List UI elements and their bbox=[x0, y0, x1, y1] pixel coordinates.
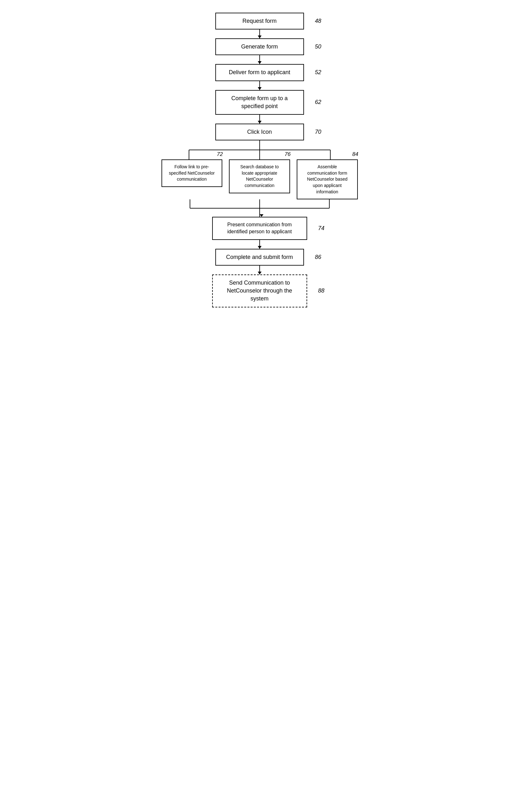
label-52: 52 bbox=[315, 69, 321, 76]
branch-svg bbox=[161, 140, 358, 160]
complete-submit-label: Complete and submit form bbox=[226, 254, 293, 260]
generate-form-label: Generate form bbox=[241, 44, 278, 50]
flowchart: Request form 48 Generate form 50 Deliver… bbox=[161, 13, 358, 308]
request-form-label: Request form bbox=[242, 18, 276, 24]
assemble-box: Assemble communication form NetCounselor… bbox=[297, 160, 358, 199]
label-50: 50 bbox=[315, 44, 321, 50]
label-48: 48 bbox=[315, 18, 321, 24]
search-db-box: Search database to locate appropriate Ne… bbox=[229, 160, 290, 193]
arrow-3 bbox=[260, 81, 260, 90]
complete-form-label: Complete form up to a specified point bbox=[231, 95, 287, 109]
assemble-label: Assemble communication form NetCounselor… bbox=[307, 164, 348, 194]
follow-link-label: Follow link to pre-specified NetCounselo… bbox=[169, 164, 215, 182]
merge-connector bbox=[161, 199, 358, 217]
complete-submit-box: Complete and submit form bbox=[215, 249, 304, 266]
send-comm-label: Send Communication to NetCounselor throu… bbox=[227, 280, 292, 302]
arrow-2 bbox=[260, 55, 260, 64]
arrow-6 bbox=[260, 266, 260, 274]
complete-form-box: Complete form up to a specified point bbox=[215, 90, 304, 115]
click-icon-box: Click Icon bbox=[215, 124, 304, 140]
deliver-form-label: Deliver form to applicant bbox=[228, 69, 290, 76]
label-62: 62 bbox=[315, 99, 321, 106]
label-84: 84 bbox=[353, 151, 359, 157]
branch-connector bbox=[161, 140, 358, 160]
click-icon-label: Click Icon bbox=[247, 129, 272, 135]
search-db-label: Search database to locate appropriate Ne… bbox=[240, 164, 279, 188]
send-comm-box: Send Communication to NetCounselor throu… bbox=[212, 274, 307, 308]
right-branch: 84 Assemble communication form NetCounse… bbox=[297, 160, 358, 199]
present-box: Present communication from identified pe… bbox=[212, 217, 307, 240]
svg-marker-11 bbox=[260, 214, 264, 217]
arrow-1 bbox=[260, 29, 260, 38]
arrow-4 bbox=[260, 115, 260, 124]
present-label: Present communication from identified pe… bbox=[227, 222, 292, 234]
deliver-form-box: Deliver form to applicant bbox=[215, 64, 304, 81]
label-70: 70 bbox=[315, 129, 321, 135]
generate-form-box: Generate form bbox=[215, 38, 304, 55]
label-72: 72 bbox=[217, 151, 223, 157]
label-74: 74 bbox=[318, 225, 324, 232]
arrow-5 bbox=[260, 240, 260, 249]
center-branch: 76 Search database to locate appropriate… bbox=[229, 160, 290, 193]
branch-row: 72 Follow link to pre-specified NetCouns… bbox=[161, 160, 358, 199]
label-86: 86 bbox=[315, 254, 321, 261]
request-form-box: Request form bbox=[215, 13, 304, 29]
label-88: 88 bbox=[318, 287, 324, 294]
label-76: 76 bbox=[285, 151, 291, 157]
left-branch: 72 Follow link to pre-specified NetCouns… bbox=[161, 160, 222, 187]
merge-svg bbox=[161, 199, 358, 217]
follow-link-box: Follow link to pre-specified NetCounselo… bbox=[161, 160, 222, 187]
